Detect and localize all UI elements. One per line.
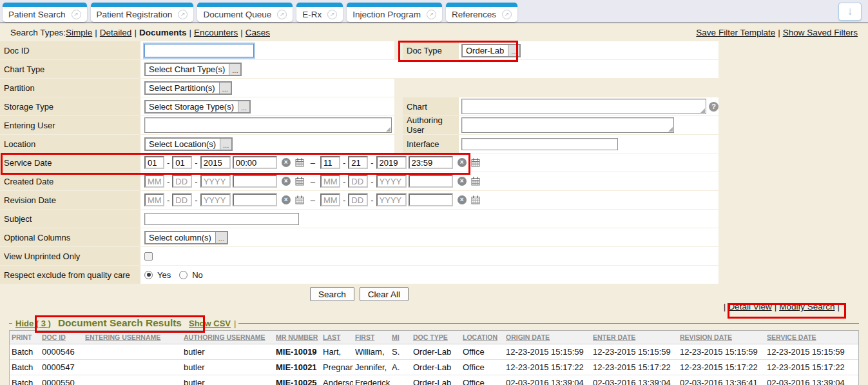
table-row[interactable]: Batch 0000550 butler MIE-10025 Anderson,… xyxy=(10,375,858,385)
col-doc-id[interactable]: DOC ID xyxy=(40,331,83,344)
service-from-day[interactable] xyxy=(172,156,192,169)
service-to-time[interactable] xyxy=(409,156,453,169)
detail-view-link[interactable]: Detail View xyxy=(728,302,771,311)
clear-date-icon[interactable]: × xyxy=(282,195,291,204)
clear-date-icon[interactable]: × xyxy=(282,158,291,167)
revision-to-time[interactable] xyxy=(409,193,453,206)
revision-from-day[interactable] xyxy=(172,193,192,206)
respect-exclude-label: Respect exclude from quality care xyxy=(0,266,140,284)
col-mi[interactable]: MI xyxy=(390,331,411,344)
col-doc-type[interactable]: DOC TYPE xyxy=(411,331,461,344)
tab-patient-search[interactable]: Patient Search↗ xyxy=(3,3,87,22)
calendar-icon[interactable] xyxy=(295,158,304,167)
clear-date-icon[interactable]: × xyxy=(458,158,467,167)
service-to-day[interactable] xyxy=(348,156,368,169)
tab-injection-program[interactable]: Injection Program↗ xyxy=(347,3,442,22)
search-type-encounters[interactable]: Encounters xyxy=(194,28,238,37)
created-from-year[interactable] xyxy=(200,175,231,188)
open-window-icon[interactable]: ↗ xyxy=(427,10,436,19)
optional-columns-select-button[interactable]: Select column(s)... xyxy=(144,231,228,244)
save-filter-template-link[interactable]: Save Filter Template xyxy=(696,28,775,37)
created-to-day[interactable] xyxy=(348,175,368,188)
download-button[interactable]: ↓ xyxy=(838,3,862,21)
modify-search-link[interactable]: Modify Search xyxy=(779,302,834,311)
resize-grip-icon[interactable] xyxy=(386,127,391,132)
revision-to-year[interactable] xyxy=(376,193,407,206)
calendar-icon[interactable] xyxy=(295,195,304,204)
col-revision-date[interactable]: REVISION DATE xyxy=(678,331,765,344)
created-to-month[interactable] xyxy=(320,175,340,188)
table-row[interactable]: Batch 0000546 butler MIE-10019 Hart, Wil… xyxy=(10,344,858,360)
tab-patient-registration[interactable]: Patient Registration↗ xyxy=(91,3,194,22)
col-location[interactable]: LOCATION xyxy=(461,331,504,344)
help-icon[interactable]: ? xyxy=(709,102,719,112)
clear-date-icon[interactable]: × xyxy=(458,177,467,186)
partition-select-button[interactable]: Select Partition(s)... xyxy=(144,81,232,95)
interface-input[interactable] xyxy=(461,138,618,150)
col-enter-date[interactable]: ENTER DATE xyxy=(591,331,678,344)
chart-input[interactable] xyxy=(461,99,706,114)
show-saved-filters-link[interactable]: Show Saved Filters xyxy=(783,28,858,37)
created-from-month[interactable] xyxy=(144,175,164,188)
search-button[interactable]: Search xyxy=(310,287,354,301)
entering-user-label: Entering User xyxy=(0,116,140,134)
view-unprinted-checkbox[interactable] xyxy=(144,252,153,261)
open-window-icon[interactable]: ↗ xyxy=(327,10,337,19)
resize-grip-icon[interactable] xyxy=(700,108,705,113)
revision-from-year[interactable] xyxy=(200,193,231,206)
chart-type-select-button[interactable]: Select Chart Type(s)... xyxy=(144,63,242,76)
open-window-icon[interactable]: ↗ xyxy=(178,10,188,19)
open-window-icon[interactable]: ↗ xyxy=(72,10,81,19)
col-authoring-username[interactable]: AUTHORING USERNAME xyxy=(182,331,274,344)
clear-all-button[interactable]: Clear All xyxy=(360,287,409,301)
col-entering-username[interactable]: ENTERING USERNAME xyxy=(83,331,182,344)
col-mr-number[interactable]: MR NUMBER xyxy=(274,331,321,344)
service-to-year[interactable] xyxy=(376,156,407,169)
open-window-icon[interactable]: ↗ xyxy=(277,10,287,19)
calendar-icon[interactable] xyxy=(471,177,480,186)
respect-yes-radio[interactable] xyxy=(144,271,153,279)
col-last[interactable]: LAST xyxy=(321,331,353,344)
clear-date-icon[interactable]: × xyxy=(282,177,291,186)
open-window-icon[interactable]: ↗ xyxy=(502,10,512,19)
storage-type-select-button[interactable]: Select Storage Type(s)... xyxy=(144,100,251,114)
service-from-time[interactable] xyxy=(233,156,277,169)
calendar-icon[interactable] xyxy=(471,158,480,167)
doc-type-select-button[interactable]: Order-Lab... xyxy=(461,44,521,57)
revision-to-month[interactable] xyxy=(320,193,340,206)
search-type-simple[interactable]: Simple xyxy=(66,28,92,37)
created-to-time[interactable] xyxy=(409,175,453,188)
search-type-documents[interactable]: Documents xyxy=(139,28,187,37)
respect-no-radio[interactable] xyxy=(179,271,188,279)
created-from-time[interactable] xyxy=(233,175,277,188)
clear-date-icon[interactable]: × xyxy=(458,195,467,204)
service-from-month[interactable] xyxy=(144,156,164,169)
calendar-icon[interactable] xyxy=(295,177,304,186)
doc-id-input[interactable] xyxy=(144,44,254,57)
show-csv-link[interactable]: Show CSV xyxy=(189,319,231,328)
col-service-date[interactable]: SERVICE DATE xyxy=(765,331,858,344)
authoring-user-input[interactable] xyxy=(461,117,674,133)
search-type-cases[interactable]: Cases xyxy=(246,28,270,37)
service-from-year[interactable] xyxy=(200,156,231,169)
subject-input[interactable] xyxy=(144,213,299,225)
revision-from-time[interactable] xyxy=(233,193,277,206)
hide-results-link[interactable]: Hide ( 3 ) xyxy=(15,319,51,328)
search-type-detailed[interactable]: Detailed xyxy=(100,28,132,37)
calendar-icon[interactable] xyxy=(471,195,480,204)
location-select-button[interactable]: Select Location(s)... xyxy=(144,137,233,151)
table-row[interactable]: Batch 0000547 butler MIE-10021 Pregnant,… xyxy=(10,360,858,375)
resize-grip-icon[interactable] xyxy=(668,127,673,132)
entering-user-input[interactable] xyxy=(144,117,392,133)
created-to-year[interactable] xyxy=(376,175,407,188)
respect-no-label: No xyxy=(192,270,203,280)
col-origin-date[interactable]: ORIGIN DATE xyxy=(504,331,591,344)
col-first[interactable]: FIRST xyxy=(353,331,390,344)
revision-from-month[interactable] xyxy=(144,193,164,206)
created-from-day[interactable] xyxy=(172,175,192,188)
tab-erx[interactable]: E-Rx↗ xyxy=(296,3,343,22)
tab-document-queue[interactable]: Document Queue↗ xyxy=(197,3,293,22)
tab-references[interactable]: References↗ xyxy=(446,3,517,22)
revision-to-day[interactable] xyxy=(348,193,368,206)
service-to-month[interactable] xyxy=(320,156,340,169)
